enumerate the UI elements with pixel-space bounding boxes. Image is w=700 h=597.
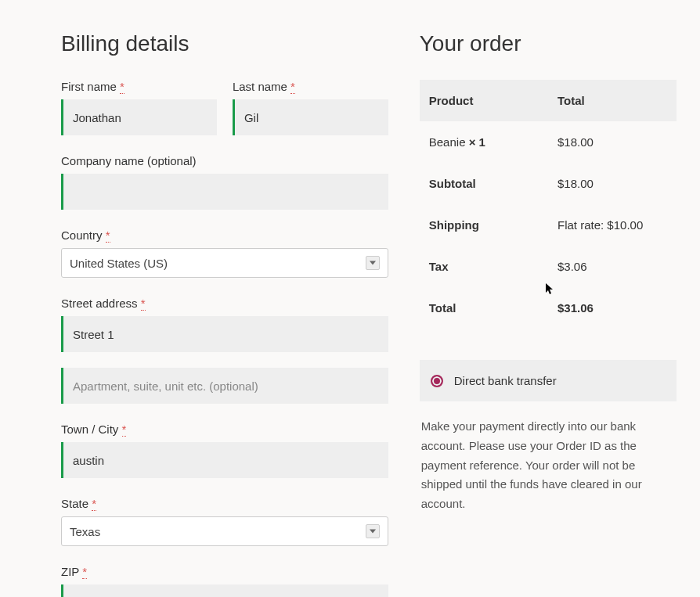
- state-select-value: Texas: [70, 525, 366, 538]
- company-label: Company name (optional): [61, 154, 388, 167]
- chevron-down-icon: [366, 524, 380, 538]
- street-address-label: Street address *: [61, 297, 388, 310]
- street-address-2-input[interactable]: [61, 368, 388, 404]
- subtotal-label: Subtotal: [429, 177, 557, 190]
- payment-method-option[interactable]: Direct bank transfer: [420, 360, 677, 401]
- last-name-input[interactable]: [233, 99, 388, 135]
- state-select[interactable]: Texas: [61, 516, 388, 546]
- total-label: Total: [429, 301, 557, 315]
- last-name-label: Last name *: [233, 80, 388, 93]
- required-mark: *: [122, 423, 127, 437]
- total-row: Total $31.06: [420, 287, 677, 329]
- country-label: Country *: [61, 228, 388, 242]
- billing-details-section: Billing details First name * Last name *…: [61, 31, 388, 597]
- total-value: $31.06: [557, 301, 667, 315]
- product-name: Beanie × 1: [429, 135, 557, 149]
- subtotal-value: $18.00: [557, 177, 667, 190]
- required-mark: *: [141, 297, 146, 311]
- zip-label: ZIP *: [61, 565, 388, 578]
- radio-selected-icon: [431, 375, 443, 387]
- required-mark: *: [120, 80, 124, 94]
- order-table-header: Product Total: [420, 80, 677, 121]
- zip-input[interactable]: [61, 584, 388, 597]
- product-qty: × 1: [469, 135, 485, 149]
- required-mark: *: [82, 565, 87, 579]
- tax-label: Tax: [429, 260, 557, 273]
- tax-value: $3.06: [557, 260, 667, 273]
- city-input[interactable]: [61, 442, 388, 478]
- shipping-row: Shipping Flat rate: $10.00: [420, 204, 677, 246]
- required-mark: *: [290, 80, 295, 94]
- chevron-down-icon: [366, 256, 380, 270]
- order-line-item: Beanie × 1 $18.00: [420, 121, 677, 163]
- required-mark: *: [92, 497, 96, 511]
- product-total: $18.00: [557, 135, 667, 149]
- state-label: State *: [61, 497, 388, 510]
- billing-heading: Billing details: [61, 31, 388, 56]
- order-heading: Your order: [420, 31, 677, 56]
- country-select-value: United States (US): [70, 257, 366, 270]
- street-address-1-input[interactable]: [61, 316, 388, 352]
- payment-method-description: Make your payment directly into our bank…: [420, 417, 677, 514]
- country-select[interactable]: United States (US): [61, 248, 388, 278]
- tax-row: Tax $3.06: [420, 246, 677, 287]
- first-name-input[interactable]: [61, 99, 217, 135]
- col-total: Total: [557, 94, 667, 107]
- shipping-label: Shipping: [429, 218, 557, 232]
- company-input[interactable]: [61, 174, 388, 210]
- first-name-label: First name *: [61, 80, 217, 93]
- city-label: Town / City *: [61, 423, 388, 436]
- payment-method-label: Direct bank transfer: [454, 374, 557, 387]
- col-product: Product: [429, 94, 557, 107]
- order-table: Product Total Beanie × 1 $18.00 Subtotal…: [420, 80, 677, 329]
- shipping-value: Flat rate: $10.00: [557, 218, 667, 232]
- required-mark: *: [106, 228, 110, 243]
- subtotal-row: Subtotal $18.00: [420, 163, 677, 204]
- order-summary-section: Your order Product Total Beanie × 1 $18.…: [420, 31, 677, 597]
